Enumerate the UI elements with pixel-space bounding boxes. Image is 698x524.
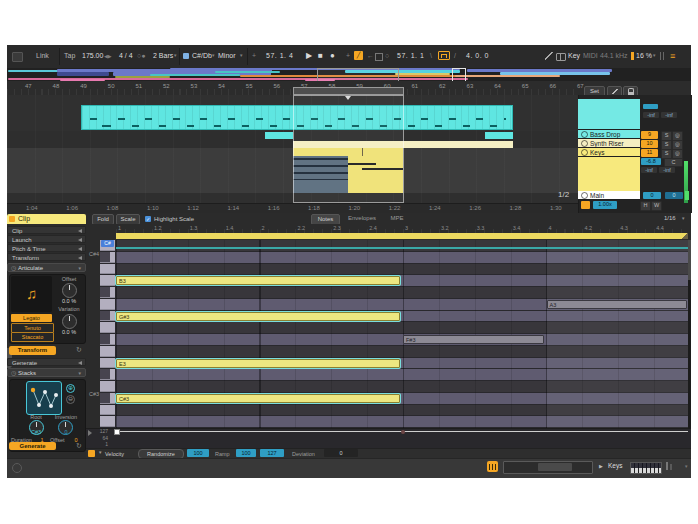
height-button[interactable]: H: [640, 201, 651, 211]
time-signature[interactable]: 4 / 4: [119, 51, 133, 61]
loop-toggle-icon[interactable]: ○: [385, 51, 389, 61]
fold-root-badge[interactable]: C#: [101, 240, 114, 247]
staccato-button[interactable]: Staccato: [11, 332, 54, 342]
piano-key-C4[interactable]: [100, 264, 115, 275]
velocity-lane-label[interactable]: Velocity: [105, 450, 124, 458]
play-icon[interactable]: ▶: [599, 463, 603, 469]
punch-icon[interactable]: [375, 53, 383, 61]
stack-remove-icon[interactable]: ⊖: [66, 395, 75, 404]
generate-preset-menu[interactable]: ◷Stacks▼: [7, 368, 86, 377]
midi-note-G#3[interactable]: G#3: [116, 312, 400, 321]
inversion-value[interactable]: 0: [50, 429, 82, 435]
keys-pan[interactable]: C: [664, 158, 683, 167]
computer-midi-keyboard-icon[interactable]: [556, 53, 566, 61]
velocity-handle[interactable]: [401, 430, 405, 434]
loop-start-value[interactable]: 57. 1. 1: [397, 51, 424, 61]
legato-button[interactable]: Legato: [11, 314, 52, 322]
top-track-value[interactable]: [643, 104, 658, 109]
main-volume[interactable]: 0: [643, 192, 661, 199]
midi-note-B3[interactable]: B3: [116, 276, 400, 285]
clip-loop-bar[interactable]: [116, 233, 688, 239]
follow-button[interactable]: +: [252, 51, 256, 61]
pencil-icon[interactable]: [545, 52, 553, 60]
play-button[interactable]: ▶: [306, 51, 312, 61]
keys-volume[interactable]: -6.8: [641, 158, 661, 165]
section-launch[interactable]: Launch: [7, 235, 86, 243]
track-header-keys[interactable]: Keys: [578, 148, 640, 157]
track-number-synth-riser[interactable]: 10: [641, 140, 658, 148]
status-track-name[interactable]: Keys: [608, 462, 622, 469]
mini-keyboard[interactable]: [630, 462, 662, 474]
follow-zoom-icon[interactable]: [581, 201, 590, 209]
draw-mode-icon[interactable]: ╱: [354, 51, 363, 60]
refresh-icon[interactable]: ↻: [76, 346, 82, 354]
generate-apply-button[interactable]: Generate: [9, 442, 56, 450]
overview-viewport-marker[interactable]: [452, 68, 466, 82]
fold-to-scale-button[interactable]: [487, 461, 498, 472]
randomize-amount[interactable]: 100: [187, 449, 209, 457]
section-clip[interactable]: Clip: [7, 226, 86, 234]
options-icon[interactable]: [12, 52, 23, 62]
track-header-keys-fill[interactable]: [578, 157, 640, 191]
solo-button[interactable]: S: [661, 149, 672, 159]
refresh-icon[interactable]: ↻: [76, 442, 82, 450]
midi-note-A3[interactable]: A3: [547, 300, 688, 309]
piano-key-B2[interactable]: [100, 416, 115, 427]
track-number-bass-drop[interactable]: 9: [641, 131, 658, 139]
overdub-button[interactable]: +: [346, 51, 350, 61]
variation-knob[interactable]: [62, 314, 77, 329]
piano-key-G3[interactable]: [100, 322, 115, 333]
record-button[interactable]: ●: [330, 51, 335, 61]
grid-setting[interactable]: 1/16: [664, 215, 676, 221]
track-number-keys[interactable]: 11: [641, 149, 658, 157]
keys-send-b[interactable]: -inf: [659, 167, 675, 173]
piano-key-C#3[interactable]: [100, 393, 115, 404]
arm-button[interactable]: ◎: [672, 149, 683, 159]
clip-tab[interactable]: Clip: [7, 214, 86, 224]
variation-value[interactable]: 0.0 %: [56, 329, 82, 335]
tap-button[interactable]: Tap: [64, 51, 75, 61]
main-pan[interactable]: 0: [665, 192, 683, 199]
offset-knob[interactable]: [62, 283, 77, 298]
width-button[interactable]: W: [651, 201, 662, 211]
lane-expand-icon[interactable]: [88, 430, 92, 436]
ramp-end-value[interactable]: 127: [260, 449, 284, 457]
overview-viewport[interactable]: [317, 68, 399, 82]
chevron-down-icon[interactable]: ▼: [98, 450, 102, 455]
key-map-button[interactable]: Key: [568, 51, 580, 61]
transform-apply-button[interactable]: Transform: [9, 346, 56, 355]
time-selection[interactable]: [293, 95, 404, 203]
send-b-top[interactable]: -inf: [661, 112, 677, 118]
loop-length-value[interactable]: 4. 0. 0: [466, 51, 489, 61]
midi-scrollbar[interactable]: [688, 240, 691, 428]
arrangement-loop-brace[interactable]: [293, 87, 404, 95]
piano-key-F#3[interactable]: [100, 334, 115, 345]
section-pitch-time[interactable]: Pitch & Time: [7, 244, 86, 252]
midi-note-E3[interactable]: E3: [116, 359, 400, 368]
editor-h-scrollbar[interactable]: [503, 461, 593, 474]
quantize-menu[interactable]: 2 Bars: [153, 51, 173, 61]
piano-key-C3[interactable]: [100, 405, 115, 416]
highlight-scale-checkbox[interactable]: ✓: [145, 216, 151, 222]
piano-key-F3[interactable]: [100, 346, 115, 357]
piano-key-C#4[interactable]: [100, 252, 115, 263]
clip-bass-drop-short-1[interactable]: [265, 132, 293, 140]
root-value[interactable]: C#3: [24, 429, 48, 435]
ramp-start-value[interactable]: 100: [236, 449, 256, 457]
tab-envelopes[interactable]: Envelopes: [342, 214, 382, 223]
back-to-arrangement-icon[interactable]: ←: [367, 51, 374, 61]
tempo-value[interactable]: 175.00: [82, 51, 103, 61]
scale-root-menu[interactable]: C#/Db: [192, 51, 212, 61]
piano-key-B3[interactable]: [100, 275, 115, 286]
metronome-icon[interactable]: ○●: [137, 51, 145, 61]
insert-marker[interactable]: [345, 96, 351, 100]
section-transform[interactable]: Transform: [7, 253, 86, 261]
piano-key-A3[interactable]: [100, 299, 115, 310]
arrangement-position[interactable]: 57. 1. 4: [266, 51, 293, 61]
track-header-bass-drop[interactable]: Bass Drop: [578, 130, 640, 139]
stacks-pattern[interactable]: [26, 381, 62, 415]
piano-key-E3[interactable]: [100, 358, 115, 369]
piano-key-D3[interactable]: [100, 381, 115, 392]
tab-mpe[interactable]: MPE: [386, 214, 408, 223]
send-a-top[interactable]: -inf: [643, 112, 659, 118]
